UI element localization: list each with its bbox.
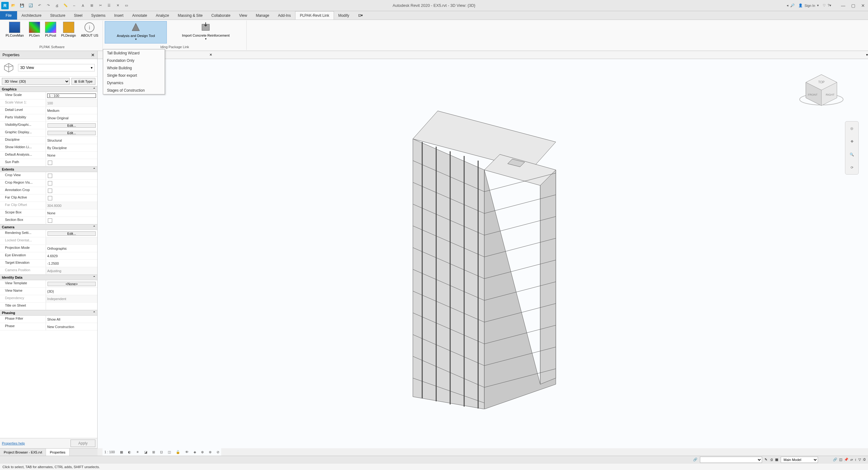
qat-section-icon[interactable]: ✂ xyxy=(96,2,104,10)
nav-wheel-icon[interactable]: ◎ xyxy=(847,123,857,133)
plpost-button[interactable]: PLPost xyxy=(42,21,59,43)
filter-underlay-icon[interactable]: ◫ xyxy=(839,458,842,462)
design-options-icon[interactable]: ▦ xyxy=(775,458,778,462)
vcb-crop-icon[interactable]: ⊡ xyxy=(158,450,165,454)
category-phasing[interactable]: Phasing⌃ xyxy=(0,310,97,316)
apply-button[interactable]: Apply xyxy=(70,440,95,447)
tab-analyze[interactable]: Analyze xyxy=(152,11,174,20)
vcb-temp-icon[interactable]: 👁 xyxy=(183,450,190,454)
project-browser-tab[interactable]: Project Browser - EX5.rvt xyxy=(0,448,46,456)
qat-filter-icon[interactable]: ☰ xyxy=(105,2,113,10)
rendering-edit-button[interactable]: Edit... xyxy=(48,231,96,236)
qat-switch-icon[interactable]: ▭ xyxy=(122,2,130,10)
type-selector[interactable]: 3D View ▾ xyxy=(0,59,97,77)
scale-display[interactable]: 1 : 100 xyxy=(102,450,117,454)
minimize-button[interactable]: — xyxy=(839,2,847,9)
select-link-icon[interactable]: 🔗 xyxy=(693,458,698,462)
workset-select[interactable] xyxy=(700,457,762,463)
category-identity[interactable]: Identity Data⌃ xyxy=(0,275,97,280)
filter-links-icon[interactable]: 🔗 xyxy=(833,458,837,462)
nav-orbit-icon[interactable]: ⟳ xyxy=(847,162,857,173)
vcb-shadow-icon[interactable]: ◪ xyxy=(142,450,149,454)
graphic-edit-button[interactable]: Edit... xyxy=(48,131,96,135)
tab-structure[interactable]: Structure xyxy=(46,11,70,20)
qat-text-icon[interactable]: A xyxy=(79,2,87,10)
model-select[interactable]: Main Model xyxy=(781,457,818,463)
crop-view-checkbox[interactable] xyxy=(48,174,52,178)
edit-type-button[interactable]: ⊞ Edit Type xyxy=(71,78,95,85)
tab-modify[interactable]: Modify xyxy=(334,11,353,20)
tab-manage[interactable]: Manage xyxy=(251,11,273,20)
collapse-icon[interactable]: ⌃ xyxy=(93,276,95,279)
drawing-canvas[interactable]: TOP FRONT RIGHT ◎ ✥ 🔍 ⟳ xyxy=(98,59,868,448)
dropdown-foundation[interactable]: Foundation Only xyxy=(103,57,165,64)
nav-pan-icon[interactable]: ✥ xyxy=(847,136,857,146)
tab-systems[interactable]: Systems xyxy=(87,11,110,20)
collapse-icon[interactable]: ⌃ xyxy=(93,167,95,171)
collapse-icon[interactable]: ⌃ xyxy=(93,311,95,315)
type-dropdown[interactable]: 3D View ▾ xyxy=(18,64,95,71)
analysis-design-button[interactable]: Analysis and Design Tool ▼ xyxy=(105,21,167,43)
category-extents[interactable]: Extents⌃ xyxy=(0,166,97,172)
qat-save-icon[interactable]: 💾 xyxy=(18,2,26,10)
qat-print-icon[interactable]: 🖨 xyxy=(53,2,61,10)
nav-zoom-icon[interactable]: 🔍 xyxy=(847,149,857,159)
filter-drag-icon[interactable]: ↕ xyxy=(855,458,857,462)
ribbon-options-icon[interactable]: ⊡▾ xyxy=(356,11,365,20)
section-box-checkbox[interactable] xyxy=(48,218,52,223)
import-reinforcement-button[interactable]: Import Concrete Reinforcement ▼ xyxy=(167,21,245,43)
aboutus-button[interactable]: i ABOUT US xyxy=(78,21,101,43)
tab-addins[interactable]: Add-Ins xyxy=(274,11,295,20)
dropdown-whole-building[interactable]: Whole Building xyxy=(103,64,165,72)
tab-annotate[interactable]: Annotate xyxy=(128,11,151,20)
sun-path-checkbox[interactable] xyxy=(48,161,52,165)
tab-collaborate[interactable]: Collaborate xyxy=(207,11,235,20)
help-icon[interactable]: ?▾ xyxy=(828,3,831,7)
annotation-crop-checkbox[interactable] xyxy=(48,189,52,193)
dropdown-single-floor[interactable]: Single floor export xyxy=(103,72,165,79)
vcb-detail-icon[interactable]: ▦ xyxy=(118,450,125,454)
tab-steel[interactable]: Steel xyxy=(70,11,87,20)
qat-align-icon[interactable]: ↔ xyxy=(70,2,78,10)
vcb-sun-icon[interactable]: ☀ xyxy=(134,450,141,454)
far-clip-checkbox[interactable] xyxy=(48,196,52,200)
dropdown-stages[interactable]: Stages of Construction xyxy=(103,87,165,94)
building-model[interactable] xyxy=(382,98,584,409)
instance-select[interactable]: 3D View: {3D} xyxy=(2,78,70,85)
qat-redo-icon[interactable]: ↷ xyxy=(44,2,52,10)
qat-open-icon[interactable]: 📂 xyxy=(9,2,18,10)
filter-pinned-icon[interactable]: 📌 xyxy=(844,458,848,462)
qat-window-icon[interactable]: ⊞ xyxy=(88,2,96,10)
category-camera[interactable]: Camera⌃ xyxy=(0,224,97,230)
signin-button[interactable]: 👤 Sign In ▾ xyxy=(797,3,821,8)
vcb-analytical-icon[interactable]: ⊗ xyxy=(207,450,213,454)
qat-measure-icon[interactable]: 📏 xyxy=(62,2,70,10)
properties-help-link[interactable]: Properties help xyxy=(2,441,25,445)
pldesign-button[interactable]: PLDesign xyxy=(59,21,79,43)
tab-architecture[interactable]: Architecture xyxy=(17,11,46,20)
qat-sync-icon[interactable]: 🔄 xyxy=(27,2,35,10)
collapse-icon[interactable]: ⌃ xyxy=(93,87,95,91)
search-icon[interactable]: 🔎 xyxy=(790,3,795,7)
view-scale-input[interactable]: 1 : 100 xyxy=(47,94,96,98)
vcb-reveal-icon[interactable]: ◈ xyxy=(192,450,198,454)
editable-icon[interactable]: ✎ xyxy=(765,458,767,462)
tab-insert[interactable]: Insert xyxy=(110,11,128,20)
dropdown-tall-building[interactable]: Tall Building Wizard xyxy=(103,50,165,57)
vcb-render-icon[interactable]: ⊞ xyxy=(150,450,157,454)
close-button[interactable]: ✕ xyxy=(859,2,867,9)
crop-region-checkbox[interactable] xyxy=(48,181,52,185)
maximize-button[interactable]: ▢ xyxy=(849,2,857,9)
collapse-icon[interactable]: ⌃ xyxy=(93,225,95,229)
visibility-edit-button[interactable]: Edit... xyxy=(48,123,96,128)
tab-options-icon[interactable]: ▾ xyxy=(866,53,868,57)
filter-face-icon[interactable]: ▱ xyxy=(850,458,853,462)
panel-close-button[interactable]: ✕ xyxy=(91,53,95,58)
filter-selection-icon[interactable]: ▽ xyxy=(858,458,861,462)
vcb-unlock-icon[interactable]: 🔓 xyxy=(174,450,182,454)
tab-close-button[interactable]: ✕ xyxy=(209,53,212,57)
vcb-highlight-icon[interactable]: ⊘ xyxy=(215,450,221,454)
category-graphics[interactable]: Graphics⌃ xyxy=(0,86,97,92)
vcb-style-icon[interactable]: ◐ xyxy=(126,450,133,454)
view-cube[interactable]: TOP FRONT RIGHT xyxy=(794,68,849,112)
